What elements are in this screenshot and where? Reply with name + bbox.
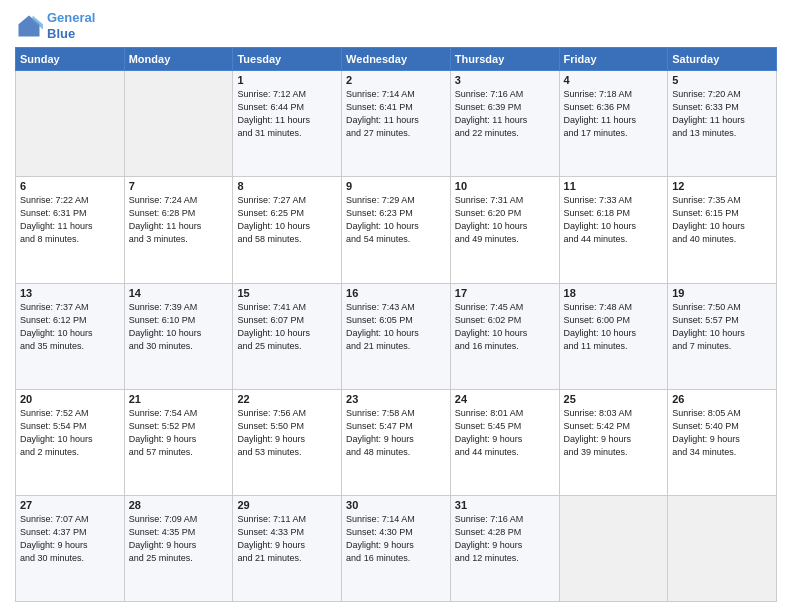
calendar-week-2: 6Sunrise: 7:22 AM Sunset: 6:31 PM Daylig…	[16, 177, 777, 283]
day-number: 12	[672, 180, 772, 192]
day-info: Sunrise: 7:37 AM Sunset: 6:12 PM Dayligh…	[20, 301, 120, 353]
day-number: 16	[346, 287, 446, 299]
calendar-week-3: 13Sunrise: 7:37 AM Sunset: 6:12 PM Dayli…	[16, 283, 777, 389]
calendar-cell: 27Sunrise: 7:07 AM Sunset: 4:37 PM Dayli…	[16, 495, 125, 601]
calendar-cell: 11Sunrise: 7:33 AM Sunset: 6:18 PM Dayli…	[559, 177, 668, 283]
day-number: 31	[455, 499, 555, 511]
calendar-cell: 24Sunrise: 8:01 AM Sunset: 5:45 PM Dayli…	[450, 389, 559, 495]
calendar-cell: 7Sunrise: 7:24 AM Sunset: 6:28 PM Daylig…	[124, 177, 233, 283]
day-info: Sunrise: 8:03 AM Sunset: 5:42 PM Dayligh…	[564, 407, 664, 459]
calendar-header-saturday: Saturday	[668, 48, 777, 71]
calendar-cell: 22Sunrise: 7:56 AM Sunset: 5:50 PM Dayli…	[233, 389, 342, 495]
calendar-cell: 8Sunrise: 7:27 AM Sunset: 6:25 PM Daylig…	[233, 177, 342, 283]
day-number: 24	[455, 393, 555, 405]
day-number: 1	[237, 74, 337, 86]
day-number: 18	[564, 287, 664, 299]
day-info: Sunrise: 7:52 AM Sunset: 5:54 PM Dayligh…	[20, 407, 120, 459]
day-info: Sunrise: 7:07 AM Sunset: 4:37 PM Dayligh…	[20, 513, 120, 565]
day-number: 7	[129, 180, 229, 192]
calendar-cell: 15Sunrise: 7:41 AM Sunset: 6:07 PM Dayli…	[233, 283, 342, 389]
day-number: 21	[129, 393, 229, 405]
day-info: Sunrise: 7:58 AM Sunset: 5:47 PM Dayligh…	[346, 407, 446, 459]
day-number: 28	[129, 499, 229, 511]
day-number: 14	[129, 287, 229, 299]
calendar-cell: 30Sunrise: 7:14 AM Sunset: 4:30 PM Dayli…	[342, 495, 451, 601]
logo-icon	[15, 12, 43, 40]
day-info: Sunrise: 8:05 AM Sunset: 5:40 PM Dayligh…	[672, 407, 772, 459]
calendar-week-5: 27Sunrise: 7:07 AM Sunset: 4:37 PM Dayli…	[16, 495, 777, 601]
day-info: Sunrise: 8:01 AM Sunset: 5:45 PM Dayligh…	[455, 407, 555, 459]
day-info: Sunrise: 7:31 AM Sunset: 6:20 PM Dayligh…	[455, 194, 555, 246]
day-number: 30	[346, 499, 446, 511]
day-info: Sunrise: 7:09 AM Sunset: 4:35 PM Dayligh…	[129, 513, 229, 565]
day-info: Sunrise: 7:56 AM Sunset: 5:50 PM Dayligh…	[237, 407, 337, 459]
day-number: 6	[20, 180, 120, 192]
calendar-cell: 19Sunrise: 7:50 AM Sunset: 5:57 PM Dayli…	[668, 283, 777, 389]
calendar-cell	[668, 495, 777, 601]
calendar-cell: 26Sunrise: 8:05 AM Sunset: 5:40 PM Dayli…	[668, 389, 777, 495]
calendar-cell: 18Sunrise: 7:48 AM Sunset: 6:00 PM Dayli…	[559, 283, 668, 389]
day-info: Sunrise: 7:27 AM Sunset: 6:25 PM Dayligh…	[237, 194, 337, 246]
day-number: 25	[564, 393, 664, 405]
day-info: Sunrise: 7:22 AM Sunset: 6:31 PM Dayligh…	[20, 194, 120, 246]
day-number: 27	[20, 499, 120, 511]
day-info: Sunrise: 7:14 AM Sunset: 4:30 PM Dayligh…	[346, 513, 446, 565]
header: General Blue	[15, 10, 777, 41]
calendar-cell: 17Sunrise: 7:45 AM Sunset: 6:02 PM Dayli…	[450, 283, 559, 389]
day-info: Sunrise: 7:16 AM Sunset: 4:28 PM Dayligh…	[455, 513, 555, 565]
calendar-cell: 23Sunrise: 7:58 AM Sunset: 5:47 PM Dayli…	[342, 389, 451, 495]
day-number: 11	[564, 180, 664, 192]
day-info: Sunrise: 7:11 AM Sunset: 4:33 PM Dayligh…	[237, 513, 337, 565]
calendar-cell: 2Sunrise: 7:14 AM Sunset: 6:41 PM Daylig…	[342, 71, 451, 177]
calendar-cell: 31Sunrise: 7:16 AM Sunset: 4:28 PM Dayli…	[450, 495, 559, 601]
calendar-cell: 25Sunrise: 8:03 AM Sunset: 5:42 PM Dayli…	[559, 389, 668, 495]
day-info: Sunrise: 7:41 AM Sunset: 6:07 PM Dayligh…	[237, 301, 337, 353]
logo: General Blue	[15, 10, 95, 41]
calendar-table: SundayMondayTuesdayWednesdayThursdayFrid…	[15, 47, 777, 602]
day-number: 5	[672, 74, 772, 86]
day-info: Sunrise: 7:14 AM Sunset: 6:41 PM Dayligh…	[346, 88, 446, 140]
day-info: Sunrise: 7:39 AM Sunset: 6:10 PM Dayligh…	[129, 301, 229, 353]
calendar-cell: 16Sunrise: 7:43 AM Sunset: 6:05 PM Dayli…	[342, 283, 451, 389]
day-number: 2	[346, 74, 446, 86]
logo-text: General Blue	[47, 10, 95, 41]
calendar-header-tuesday: Tuesday	[233, 48, 342, 71]
day-number: 13	[20, 287, 120, 299]
day-number: 22	[237, 393, 337, 405]
day-number: 19	[672, 287, 772, 299]
day-info: Sunrise: 7:18 AM Sunset: 6:36 PM Dayligh…	[564, 88, 664, 140]
day-info: Sunrise: 7:12 AM Sunset: 6:44 PM Dayligh…	[237, 88, 337, 140]
calendar-cell	[559, 495, 668, 601]
calendar-cell: 5Sunrise: 7:20 AM Sunset: 6:33 PM Daylig…	[668, 71, 777, 177]
calendar-cell: 14Sunrise: 7:39 AM Sunset: 6:10 PM Dayli…	[124, 283, 233, 389]
day-info: Sunrise: 7:54 AM Sunset: 5:52 PM Dayligh…	[129, 407, 229, 459]
day-number: 15	[237, 287, 337, 299]
calendar-cell: 6Sunrise: 7:22 AM Sunset: 6:31 PM Daylig…	[16, 177, 125, 283]
day-info: Sunrise: 7:24 AM Sunset: 6:28 PM Dayligh…	[129, 194, 229, 246]
calendar-cell: 10Sunrise: 7:31 AM Sunset: 6:20 PM Dayli…	[450, 177, 559, 283]
day-info: Sunrise: 7:16 AM Sunset: 6:39 PM Dayligh…	[455, 88, 555, 140]
day-number: 26	[672, 393, 772, 405]
day-number: 23	[346, 393, 446, 405]
calendar-header-sunday: Sunday	[16, 48, 125, 71]
calendar-cell: 3Sunrise: 7:16 AM Sunset: 6:39 PM Daylig…	[450, 71, 559, 177]
day-info: Sunrise: 7:33 AM Sunset: 6:18 PM Dayligh…	[564, 194, 664, 246]
day-info: Sunrise: 7:50 AM Sunset: 5:57 PM Dayligh…	[672, 301, 772, 353]
calendar-cell: 28Sunrise: 7:09 AM Sunset: 4:35 PM Dayli…	[124, 495, 233, 601]
day-info: Sunrise: 7:35 AM Sunset: 6:15 PM Dayligh…	[672, 194, 772, 246]
calendar-cell: 29Sunrise: 7:11 AM Sunset: 4:33 PM Dayli…	[233, 495, 342, 601]
calendar-cell: 21Sunrise: 7:54 AM Sunset: 5:52 PM Dayli…	[124, 389, 233, 495]
day-info: Sunrise: 7:43 AM Sunset: 6:05 PM Dayligh…	[346, 301, 446, 353]
calendar-header-monday: Monday	[124, 48, 233, 71]
page: General Blue SundayMondayTuesdayWednesda…	[0, 0, 792, 612]
calendar-cell	[16, 71, 125, 177]
calendar-cell: 4Sunrise: 7:18 AM Sunset: 6:36 PM Daylig…	[559, 71, 668, 177]
day-info: Sunrise: 7:45 AM Sunset: 6:02 PM Dayligh…	[455, 301, 555, 353]
day-number: 3	[455, 74, 555, 86]
day-info: Sunrise: 7:29 AM Sunset: 6:23 PM Dayligh…	[346, 194, 446, 246]
calendar-header-thursday: Thursday	[450, 48, 559, 71]
day-info: Sunrise: 7:48 AM Sunset: 6:00 PM Dayligh…	[564, 301, 664, 353]
day-info: Sunrise: 7:20 AM Sunset: 6:33 PM Dayligh…	[672, 88, 772, 140]
calendar-week-4: 20Sunrise: 7:52 AM Sunset: 5:54 PM Dayli…	[16, 389, 777, 495]
calendar-cell: 20Sunrise: 7:52 AM Sunset: 5:54 PM Dayli…	[16, 389, 125, 495]
